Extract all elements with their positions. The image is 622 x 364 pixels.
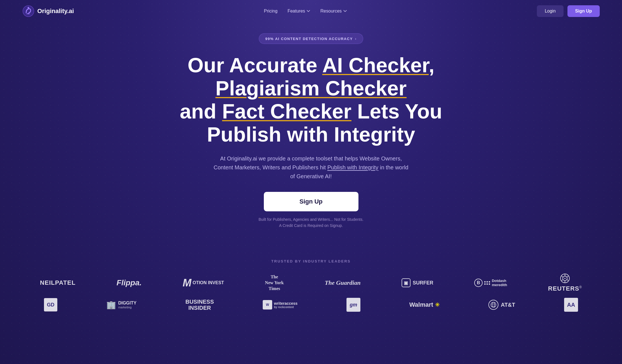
logo-gd: GD (44, 298, 57, 311)
logo-neilpatel: NEILPATEL (40, 279, 76, 286)
att-globe-icon (488, 300, 498, 310)
nav-features[interactable]: Features (287, 9, 310, 14)
logo-dotdash: B Dotdashmeredith (474, 279, 507, 287)
logo-diggity: 🏢 DIGGITY marketing (106, 300, 137, 309)
logo-gm: gm (346, 298, 360, 312)
accuracy-badge[interactable]: 99% AI CONTENT DETECTION ACCURACY › (259, 33, 363, 44)
logo-reuters: REUTERS® (548, 273, 582, 292)
logo-writeraccess: W writeraccess by rockcontent (263, 300, 298, 309)
nav-pricing[interactable]: Pricing (264, 9, 277, 14)
diggity-icon: 🏢 (106, 300, 116, 309)
hero-title: Our Accurate AI Checker, Plagiarism Chec… (158, 54, 464, 146)
walmart-star-icon: ✳ (435, 301, 440, 308)
logo-guardian: The Guardian (325, 279, 361, 286)
logos-row-2: GD 🏢 DIGGITY marketing BUSINESSINSIDER (22, 298, 600, 312)
brand-logo[interactable]: Originality.ai (22, 5, 74, 17)
hero-title-comma: , (429, 54, 434, 77)
hero-title-fact: Fact Checker (222, 100, 351, 123)
hero-note-line1: Built for Publishers, Agencies and Write… (259, 217, 363, 222)
dotdash-b-icon: B (474, 279, 483, 287)
logo-att: AT&T (488, 300, 515, 310)
login-button[interactable]: Login (537, 5, 563, 17)
svg-line-9 (562, 279, 563, 281)
features-chevron-icon (306, 9, 310, 13)
logos-row-1: NEILPATEL Flippa. M OTION INVEST TheNew … (22, 273, 600, 292)
hero-subtitle: At Originality.ai we provide a complete … (211, 154, 411, 181)
logo-surfer: ▣ SURFER (402, 278, 433, 287)
logo-bizinsider: BUSINESSINSIDER (185, 299, 214, 311)
nav-actions: Login Sign Up (537, 5, 600, 17)
logo-motioninvest: M OTION INVEST (183, 278, 224, 288)
brand-name: Originality.ai (37, 8, 74, 15)
hero-note: Built for Publishers, Agencies and Write… (11, 216, 611, 229)
svg-line-7 (567, 279, 568, 281)
logo-flippa: Flippa. (117, 278, 142, 287)
logo-walmart: Walmart ✳ (409, 301, 440, 308)
trust-label: TRUSTED BY INDUSTRY LEADERS (22, 259, 600, 263)
svg-point-1 (28, 7, 29, 9)
dotdash-dots (484, 281, 490, 285)
svg-line-6 (567, 276, 568, 277)
hero-title-plagiarism: Plagiarism Checker (215, 77, 407, 100)
badge-arrow-icon: › (355, 36, 357, 41)
hero-title-part2: and (180, 100, 222, 123)
nav-signup-button[interactable]: Sign Up (567, 5, 600, 17)
surfer-icon: ▣ (402, 278, 410, 287)
hero-subtitle-link[interactable]: Publish with Integrity (327, 164, 378, 170)
nav-resources[interactable]: Resources (320, 9, 347, 14)
hero-signup-button[interactable]: Sign Up (264, 192, 358, 211)
hero-section: 99% AI CONTENT DETECTION ACCURACY › Our … (0, 22, 622, 245)
trust-section: TRUSTED BY INDUSTRY LEADERS NEILPATEL Fl… (0, 245, 622, 328)
nav-links: Pricing Features Resources (264, 9, 347, 14)
resources-chevron-icon (343, 9, 347, 13)
logo-nyt: TheNew YorkTimes (265, 274, 284, 291)
writeraccess-icon: W (263, 300, 272, 309)
hero-note-line2: A Credit Card is Required on Signup. (279, 223, 343, 228)
logo-aa: AA (564, 298, 578, 312)
hero-title-ai: AI Checker (322, 54, 429, 77)
hero-title-part1: Our Accurate (188, 54, 322, 77)
reuters-circle-icon (560, 273, 570, 283)
brand-logo-icon (22, 5, 35, 17)
svg-line-10 (562, 276, 563, 277)
accuracy-badge-text: 99% AI CONTENT DETECTION ACCURACY (265, 37, 353, 41)
svg-point-4 (564, 278, 566, 279)
